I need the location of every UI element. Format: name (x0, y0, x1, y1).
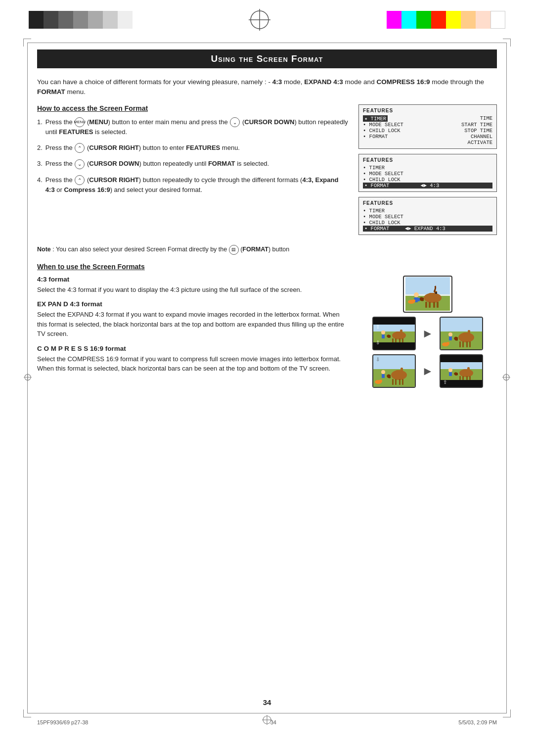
svg-rect-76 (467, 367, 470, 371)
expand-arrow: ► (420, 327, 436, 340)
svg-rect-46 (468, 330, 470, 334)
svg-rect-52 (449, 336, 452, 340)
svg-text:⇧: ⇧ (443, 379, 447, 385)
intro-paragraph: You can have a choice of different forma… (37, 77, 497, 97)
menus-column: FEATURES ✦ TIMER TIME • MODE SELECT STAR… (358, 104, 497, 240)
page-border-top (27, 43, 507, 43)
how-to-heading: How to access the Screen Format (37, 104, 349, 112)
steps-column: How to access the Screen Format 1. Press… (37, 104, 349, 240)
svg-rect-36 (399, 338, 400, 342)
how-to-section: How to access the Screen Format 1. Press… (37, 104, 497, 240)
svg-rect-37 (402, 338, 403, 342)
svg-rect-48 (462, 341, 464, 347)
tv-expand-after (440, 317, 483, 350)
svg-rect-47 (459, 341, 461, 347)
menu-box-3: FEATURES • TIMER • MODE SELECT • CHILD L… (358, 197, 497, 235)
svg-point-81 (448, 368, 452, 372)
page-border-bottom (27, 713, 507, 713)
svg-rect-60 (392, 379, 394, 385)
svg-point-67 (379, 379, 382, 382)
right-crosshair (502, 374, 510, 383)
step-4: 4. Press the ⌃ (CURSOR RIGHT) button rep… (37, 175, 349, 195)
svg-point-64 (381, 370, 385, 374)
tv-compress-after-scene: ⇧ (441, 355, 482, 387)
corner-tl (23, 39, 31, 47)
left-crosshair (24, 374, 32, 383)
svg-rect-10 (405, 277, 450, 294)
svg-text:⇩: ⇩ (376, 357, 380, 362)
format-compress: C O M P R E S S 16:9 format Select the C… (37, 345, 349, 374)
tv-compress-after: ⇧ (440, 354, 483, 388)
format-expand-heading: EX PAN D 4:3 format (37, 300, 349, 308)
tv-4-3-row (358, 276, 497, 313)
svg-rect-18 (437, 302, 439, 308)
svg-rect-27 (373, 318, 415, 325)
svg-rect-79 (466, 376, 468, 380)
corner-bl (23, 709, 31, 717)
tv-compress-row: ⇩ ► (358, 354, 497, 388)
svg-rect-33 (400, 330, 402, 333)
format-compress-text: Select the COMPRESS 16:9 format if you w… (37, 354, 349, 374)
svg-rect-62 (399, 379, 400, 385)
format-btn-icon: ▤ (229, 245, 239, 255)
svg-text:⇩: ⇩ (376, 340, 380, 345)
svg-rect-50 (469, 341, 471, 347)
menu-box-1: FEATURES ✦ TIMER TIME • MODE SELECT STAR… (358, 104, 497, 149)
horse-scene-4-3 (405, 277, 450, 311)
svg-point-38 (381, 331, 385, 334)
svg-rect-34 (392, 338, 394, 342)
svg-text:⇧: ⇧ (376, 324, 380, 330)
svg-rect-78 (462, 376, 464, 380)
tv-expand-after-scene (441, 318, 482, 349)
corner-br (503, 709, 511, 717)
cursor-down-icon-1: ⌄ (230, 117, 240, 127)
tv-expand-row: ⇧ ⇩ ► (358, 317, 497, 350)
svg-rect-80 (469, 376, 471, 380)
menu-box-2: FEATURES • TIMER • MODE SELECT • CHILD L… (358, 154, 497, 192)
cursor-right-icon-1: ⌃ (75, 143, 85, 153)
format-compress-heading: C O M P R E S S 16:9 format (37, 345, 349, 352)
page-title: Using the Screen Format (37, 49, 497, 68)
format-expand: EX PAN D 4:3 format Select the EXPAND 4:… (37, 300, 349, 339)
footer-left: 15PF9936/69 p27-38 (37, 719, 88, 725)
svg-point-54 (446, 342, 449, 345)
format-4-3-heading: 4:3 format (37, 276, 349, 283)
format-expand-text: Select the EXPAND 4:3 format if you want… (37, 310, 349, 339)
when-section: When to use the Screen Formats (37, 263, 497, 271)
svg-rect-61 (395, 379, 397, 385)
svg-rect-70 (441, 355, 482, 362)
svg-point-51 (448, 332, 452, 336)
menu-btn-icon: MENU (75, 117, 85, 127)
svg-rect-82 (449, 372, 452, 376)
cursor-right-icon-2: ⌃ (75, 175, 85, 185)
svg-rect-35 (395, 338, 397, 342)
tv-compress-before: ⇩ (372, 354, 416, 388)
svg-rect-39 (382, 334, 385, 338)
svg-rect-59 (400, 368, 403, 372)
step-2: 2. Press the ⌃ (CURSOR RIGHT) button to … (37, 143, 349, 153)
cursor-down-icon-2: ⌄ (75, 159, 85, 169)
svg-rect-16 (429, 302, 431, 308)
note-paragraph: Note : You can also select your desired … (37, 245, 497, 255)
page-number: 34 (0, 694, 534, 707)
compress-arrow: ► (420, 364, 436, 378)
tv-compress-before-scene: ⇩ (373, 355, 415, 387)
format-4-3-text: Select the 4:3 format if you want to dis… (37, 285, 349, 295)
footer-center: 34 (270, 719, 276, 725)
svg-rect-23 (418, 298, 420, 301)
tv-expand-before: ⇧ ⇩ (372, 317, 416, 350)
when-heading: When to use the Screen Formats (37, 263, 497, 271)
svg-point-25 (412, 299, 415, 302)
when-to-use-content: 4:3 format Select the 4:3 format if you … (37, 276, 497, 388)
color-bars-right (387, 11, 505, 29)
format-descriptions: 4:3 format Select the 4:3 format if you … (37, 276, 349, 388)
svg-rect-65 (382, 374, 385, 378)
svg-rect-49 (466, 341, 468, 347)
tv-expand-before-scene: ⇧ ⇩ (373, 318, 415, 349)
svg-rect-17 (433, 302, 435, 308)
tv-illustrations: ⇧ ⇩ ► (358, 276, 497, 388)
footer-right: 5/5/03, 2:09 PM (458, 719, 497, 725)
footer: 15PF9936/69 p27-38 34 5/5/03, 2:09 PM (37, 719, 497, 725)
top-color-bars (29, 9, 505, 31)
step-3: 3. Press the ⌄ (CURSOR DOWN) button repe… (37, 159, 349, 169)
